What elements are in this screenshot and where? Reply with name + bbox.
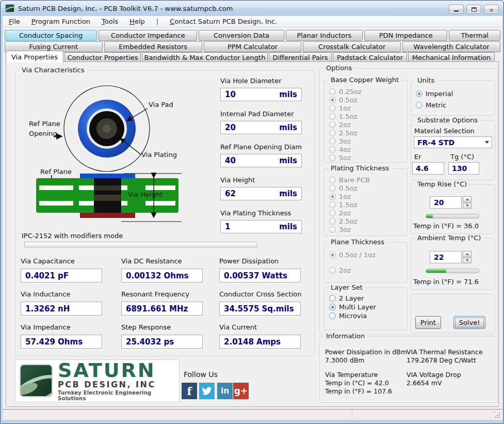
ref-plane-opening-diam-label: Ref Plane Opening Diam [220,143,302,151]
radio-plating-1oz[interactable]: 1oz [324,192,407,200]
saturn-logo-icon [20,364,53,397]
radio-plating-0.5oz[interactable]: 0.5oz [324,184,407,192]
unit-label: mils [279,156,297,165]
tab-planar-inductors[interactable]: Planar Inductors [286,30,363,41]
menu-tools[interactable]: Tools [102,18,118,25]
radio-icon [329,121,336,128]
app-body: Conductor Spacing Conductor Impedance Co… [3,27,502,409]
radio-multi-layer[interactable]: Multi Layer [324,303,407,311]
tab-conductor-spacing[interactable]: Conductor Spacing [5,30,97,41]
titlebar: Saturn PCB Design, Inc. - PCB Toolkit V6… [1,1,503,16]
internal-pad-diameter-input[interactable]: 20mils [220,121,302,134]
solve-button[interactable]: Solve! [453,316,485,329]
menu-help[interactable]: Help [129,18,145,25]
material-selection-label: Material Selection [414,127,475,135]
temp-rise-down-button[interactable] [463,203,472,209]
temp-rise-input[interactable]: 20 [430,196,462,209]
radio-icon [329,226,336,233]
statusbar-divider [352,411,352,419]
radio-metric[interactable]: Metric [411,99,495,111]
radio-base-copper-1oz[interactable]: 1oz [324,104,407,112]
via-impedance-label: Via Impedance [21,323,71,331]
radio-plating-2.5oz[interactable]: 2.5oz [324,217,407,225]
radio-plane-2oz[interactable]: 2oz [324,266,407,274]
menu-file[interactable]: File [9,18,20,25]
radio-icon [416,90,422,97]
material-selection-dropdown[interactable]: FR-4 STD [414,136,492,148]
radio-icon [329,295,336,302]
tg-input[interactable]: 130 [448,162,479,175]
tab-conversion-data[interactable]: Conversion Data [199,30,284,41]
radio-base-copper-4oz[interactable]: 4oz [324,145,407,153]
tab-conductor-impedance[interactable]: Conductor Impedance [99,30,197,41]
tab-mechanical-information[interactable]: Mechanical Information [408,52,495,62]
close-button[interactable] [484,5,499,14]
radio-plating-1.5oz[interactable]: 1.5oz [324,200,407,209]
step-response-output: 25.4032 ps [121,335,203,349]
print-button[interactable]: Print [415,316,441,329]
chevron-down-icon [485,141,489,144]
tab-padstack-calculator[interactable]: Padstack Calculator [333,52,407,62]
ambient-temp-slider[interactable] [426,269,479,273]
menu-contact[interactable]: Contact Saturn PCB Design, Inc. [170,18,277,25]
radio-base-copper-3oz[interactable]: 3oz [324,137,407,145]
via-hole-diameter-input[interactable]: 10mils [220,88,302,101]
radio-plane-0.5oz-1oz[interactable]: 0.5oz / 1oz [324,250,407,259]
tab-conductor-properties[interactable]: Conductor Properties [64,52,141,62]
ambient-temp-down-button[interactable] [463,258,472,264]
radio-imperial[interactable]: Imperial [411,88,495,99]
tab-differential-pairs[interactable]: Differential Pairs [269,52,332,62]
app-icon [5,4,14,12]
via-properties-page: Via Characteristics [6,61,499,407]
resize-grip[interactable] [494,412,500,418]
radio-base-copper-1.5oz[interactable]: 1.5oz [324,112,407,120]
radio-2-layer[interactable]: 2 Layer [324,294,407,303]
tab-bandwidth-max-conductor-length[interactable]: Bandwidth & Max Conductor Length [142,52,268,62]
via-characteristics-group: Via Characteristics [15,70,315,356]
radio-plating-bare-pcb[interactable]: Bare PCB [324,176,407,184]
ambient-temp-spinner: 22 [430,251,472,263]
logo-line-2: PCB DESIGN, INC [58,380,179,389]
arrow-up-icon [466,253,469,255]
radio-plating-3oz[interactable]: 3oz [324,225,407,233]
radio-base-copper-5oz[interactable]: 5oz [324,153,407,162]
radio-base-copper-2.5oz[interactable]: 2.5oz [324,129,407,137]
radio-icon [329,210,336,216]
facebook-icon[interactable] [182,383,197,399]
google-plus-icon[interactable] [233,383,249,399]
maximize-button[interactable] [466,5,481,14]
via-dc-resistance-output: 0.00132 Ohms [121,269,203,282]
via-height-input[interactable]: 62mils [220,187,302,200]
radio-base-copper-2oz[interactable]: 2oz [324,120,407,129]
radio-microvia[interactable]: Microvia [324,311,407,320]
plating-thickness-group: Plating Thickness Bare PCB 0.5oz 1oz 1.5… [324,168,408,236]
radio-base-copper-0.25oz[interactable]: 0.25oz [324,87,407,96]
ambient-temp-input[interactable]: 22 [430,251,462,263]
twitter-icon[interactable] [199,383,215,399]
radio-icon [329,201,336,208]
tab-thermal[interactable]: Thermal [449,30,500,41]
slider-fill [426,269,446,273]
tab-pdn-impedance[interactable]: PDN Impedance [364,30,447,41]
ref-plane-opening-diam-input[interactable]: 40mils [220,154,302,167]
radio-plating-2oz[interactable]: 2oz [324,209,407,217]
linkedin-icon[interactable] [217,383,233,399]
radio-icon [329,312,336,319]
radio-icon [329,252,336,258]
ambient-temp-up-button[interactable] [463,251,472,257]
minimize-button[interactable] [449,5,464,14]
via-plating-thickness-input[interactable]: 1mils [220,220,302,233]
menubar: File Program Function Tools Help | Conta… [3,16,502,27]
temp-rise-slider[interactable] [426,214,479,218]
radio-icon [329,177,336,183]
via-current-output: 2.0148 Amps [219,335,301,349]
radio-icon [329,105,336,112]
radio-base-copper-0.5oz[interactable]: 0.5oz [324,96,407,104]
menu-program-function[interactable]: Program Function [31,18,90,25]
er-input[interactable]: 4.6 [412,162,444,175]
tab-via-properties[interactable]: Via Properties [6,51,63,62]
group-title: Temp Rise (°C) [415,180,469,188]
unit-label: mils [279,90,297,99]
temp-rise-up-button[interactable] [463,196,472,202]
radio-icon [329,130,336,136]
